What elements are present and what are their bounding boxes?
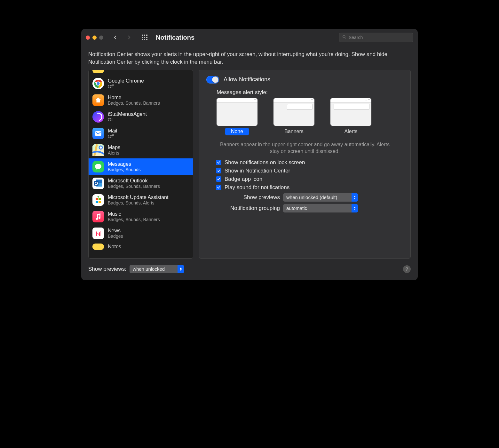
grouping-select[interactable]: automatic (283, 204, 358, 212)
alert-style-none[interactable]: ⌕☰ None (217, 98, 257, 135)
app-name: iStatMenusAgent (108, 111, 147, 117)
svg-rect-14 (95, 131, 101, 135)
sidebar-item-outlook[interactable]: Microsoft OutlookBadges, Sounds, Banners (89, 175, 193, 192)
show-all-icon[interactable] (140, 33, 149, 42)
svg-rect-3 (142, 37, 143, 38)
style-caption: None (225, 128, 249, 135)
app-name: Microsoft Update Assistant (108, 194, 168, 200)
lock-screen-label: Show notifications on lock screen (225, 159, 305, 166)
app-name: Messages (108, 161, 141, 167)
svg-point-17 (95, 164, 101, 169)
sidebar-item-chrome[interactable]: Google ChromeOff (89, 75, 193, 92)
home-icon (92, 94, 104, 106)
svg-rect-8 (146, 39, 147, 40)
app-name: Google Chrome (108, 78, 144, 84)
preview-none: ⌕☰ (217, 98, 257, 126)
notification-center-checkbox[interactable] (216, 168, 221, 173)
alert-style-heading: Messages alert style: (217, 89, 403, 96)
app-sub: Badges (108, 234, 123, 239)
app-list[interactable]: Google ChromeOff HomeBadges, Sounds, Ban… (89, 70, 193, 258)
app-name: Home (108, 94, 160, 100)
svg-rect-1 (144, 35, 145, 36)
show-previews-label: Show previews (216, 194, 280, 201)
select-value: when unlocked (default) (286, 195, 337, 200)
sound-label: Play sound for notifications (225, 184, 289, 191)
close-window-button[interactable] (86, 36, 90, 40)
badge-label: Badge app icon (225, 176, 262, 182)
back-button[interactable] (110, 33, 121, 42)
alert-style-alerts[interactable]: ⌕☰ Alerts (330, 98, 371, 135)
sidebar-item-maps[interactable]: MapsAlerts (89, 142, 193, 158)
allow-notifications-toggle[interactable] (206, 76, 219, 84)
sidebar-item-msupdate[interactable]: Microsoft Update AssistantBadges, Sounds… (89, 192, 193, 208)
app-sub: Badges, Sounds, Alerts (108, 200, 168, 206)
svg-rect-4 (144, 37, 145, 38)
svg-rect-0 (142, 35, 143, 36)
allow-notifications-label: Allow Notifications (224, 76, 270, 83)
preview-banners: ⌕☰→ (273, 98, 314, 126)
app-name: Notes (108, 244, 121, 250)
maps-icon (92, 144, 104, 156)
style-caption: Banners (279, 128, 309, 135)
sidebar-item-mail[interactable]: MailOff (89, 125, 193, 142)
svg-rect-5 (146, 37, 147, 38)
badge-checkbox[interactable] (216, 176, 221, 182)
app-sub: Badges, Sounds, Banners (108, 184, 160, 189)
svg-rect-25 (99, 201, 101, 203)
notifications-window: Notifications Notification Center shows … (81, 29, 418, 280)
outlook-icon (92, 178, 104, 189)
svg-line-10 (345, 37, 346, 38)
alert-style-help: Banners appear in the upper-right corner… (215, 141, 394, 155)
select-value: when unlocked (133, 266, 165, 272)
select-arrows-icon (178, 265, 184, 273)
istat-icon (92, 111, 104, 123)
app-name: News (108, 228, 123, 234)
sidebar-item-messages[interactable]: MessagesBadges, Sounds (89, 158, 193, 175)
news-icon (92, 228, 104, 239)
svg-rect-22 (96, 198, 98, 200)
style-caption: Alerts (339, 128, 363, 135)
sidebar-item-news[interactable]: NewsBadges (89, 225, 193, 242)
sidebar-item-notes[interactable]: Notes (89, 242, 193, 250)
minimize-window-button[interactable] (92, 36, 97, 40)
zoom-window-button[interactable] (99, 36, 103, 40)
forward-button[interactable] (124, 33, 135, 42)
app-name: Maps (108, 144, 120, 150)
preview-alerts: ⌕☰ (330, 98, 371, 126)
mail-icon (92, 128, 104, 139)
detail-panel: Allow Notifications Messages alert style… (199, 70, 411, 259)
app-name: Music (108, 211, 160, 217)
music-icon (92, 211, 104, 222)
help-button[interactable]: ? (403, 265, 411, 273)
chrome-icon (92, 78, 104, 89)
show-previews-select[interactable]: when unlocked (default) (283, 193, 358, 202)
app-sub: Off (108, 84, 144, 89)
svg-point-16 (99, 146, 102, 149)
sidebar-item-istat[interactable]: iStatMenusAgentOff (89, 108, 193, 125)
app-sub: Badges, Sounds, Banners (108, 100, 160, 106)
select-value: automatic (286, 205, 307, 211)
svg-rect-24 (96, 201, 98, 203)
svg-rect-26 (94, 229, 102, 237)
footer: Show previews: when unlocked ? (81, 263, 418, 280)
svg-rect-2 (146, 35, 147, 36)
search-field[interactable] (339, 33, 413, 42)
window-controls (86, 36, 103, 40)
search-input[interactable] (349, 35, 410, 40)
alert-style-banners[interactable]: ⌕☰→ Banners (273, 98, 314, 135)
sound-checkbox[interactable] (216, 185, 221, 190)
footer-previews-label: Show previews: (88, 266, 126, 272)
sidebar-item-music[interactable]: MusicBadges, Sounds, Banners (89, 208, 193, 225)
svg-point-9 (343, 35, 345, 38)
select-arrows-icon (352, 193, 358, 202)
lock-screen-checkbox[interactable] (216, 160, 221, 165)
app-icon (92, 70, 104, 73)
search-icon (342, 35, 347, 41)
sidebar-item-home[interactable]: HomeBadges, Sounds, Banners (89, 92, 193, 108)
svg-rect-7 (144, 39, 145, 40)
footer-previews-select[interactable]: when unlocked (130, 265, 184, 273)
app-sub: Off (108, 117, 147, 123)
app-sub: Badges, Sounds (108, 167, 141, 172)
app-sub: Badges, Sounds, Banners (108, 217, 160, 222)
list-item[interactable] (89, 70, 193, 75)
